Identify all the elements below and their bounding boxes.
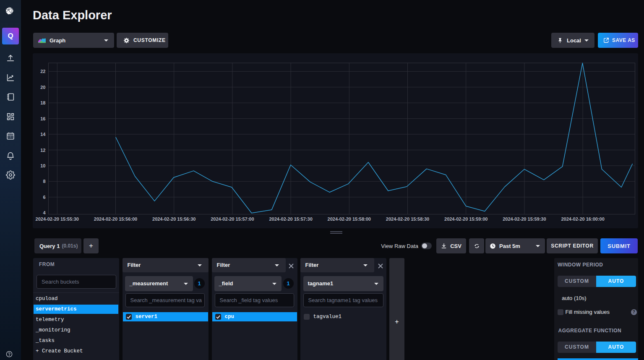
svg-text:2024-02-20 15:57:30: 2024-02-20 15:57:30 — [269, 217, 312, 222]
svg-text:18: 18 — [40, 100, 45, 105]
svg-text:22: 22 — [40, 69, 45, 74]
svg-text:12: 12 — [40, 148, 45, 153]
svg-text:8: 8 — [43, 179, 45, 184]
svg-text:2024-02-20 15:59:00: 2024-02-20 15:59:00 — [444, 217, 488, 222]
svg-text:6: 6 — [43, 195, 45, 200]
svg-text:2024-02-20 15:55:30: 2024-02-20 15:55:30 — [36, 217, 79, 222]
svg-text:20: 20 — [40, 85, 45, 90]
svg-text:2024-02-20 16:00:00: 2024-02-20 16:00:00 — [561, 217, 604, 222]
svg-text:4: 4 — [43, 210, 46, 215]
svg-text:16: 16 — [40, 116, 45, 121]
svg-text:2024-02-20 15:58:00: 2024-02-20 15:58:00 — [328, 217, 371, 222]
svg-text:2024-02-20 15:59:30: 2024-02-20 15:59:30 — [503, 217, 546, 222]
svg-text:10: 10 — [40, 163, 45, 168]
svg-text:2024-02-20 15:57:00: 2024-02-20 15:57:00 — [211, 217, 254, 222]
svg-text:2024-02-20 15:56:30: 2024-02-20 15:56:30 — [152, 217, 196, 222]
svg-text:14: 14 — [40, 132, 46, 137]
svg-text:2024-02-20 15:56:00: 2024-02-20 15:56:00 — [94, 217, 137, 222]
svg-text:2024-02-20 15:58:30: 2024-02-20 15:58:30 — [386, 217, 429, 222]
